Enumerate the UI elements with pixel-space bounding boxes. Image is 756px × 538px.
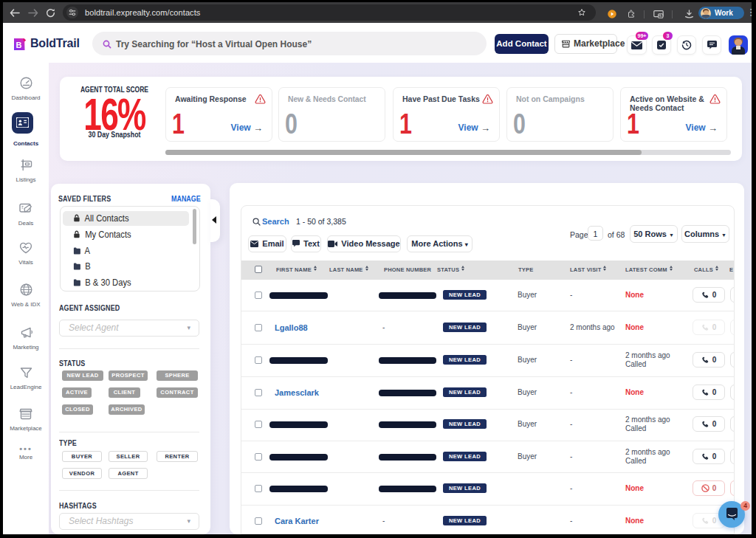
svg-text:B: B: [16, 41, 22, 49]
